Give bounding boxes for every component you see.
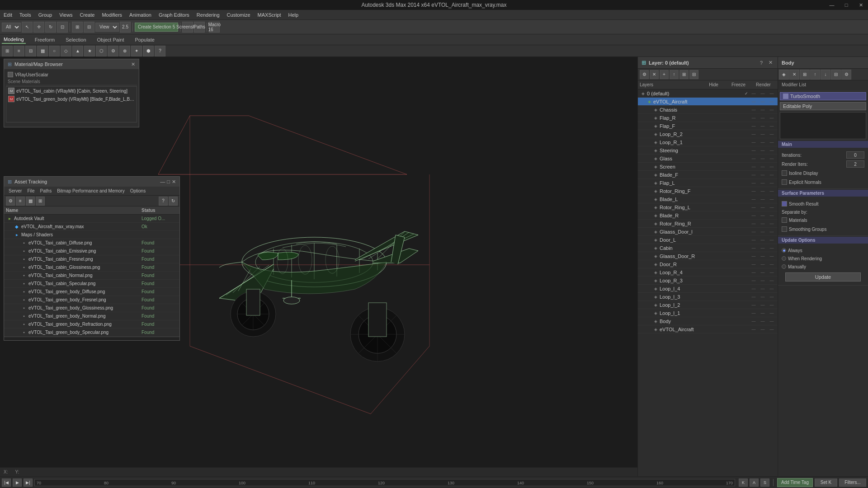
layer-item[interactable]: ◈Glass——— xyxy=(638,155,778,163)
material-browser-header[interactable]: ⊞ Material/Map Browser ✕ xyxy=(4,59,139,69)
layer-action[interactable]: — xyxy=(759,189,767,193)
layer-action[interactable]: — xyxy=(759,311,767,315)
layer-action[interactable]: — xyxy=(768,140,776,145)
layer-action[interactable]: — xyxy=(759,286,767,291)
layer-item[interactable]: ◈Glaass_Door_R——— xyxy=(638,252,778,260)
icon-tb-btn-9[interactable]: ⬡ xyxy=(96,46,107,56)
layer-action[interactable]: — xyxy=(750,254,758,258)
select-button[interactable]: ↖ xyxy=(22,22,33,33)
layer-action[interactable]: — xyxy=(759,319,767,324)
layer-action[interactable]: — xyxy=(750,99,758,104)
layer-item[interactable]: ◈0 (default)✓——— xyxy=(638,89,778,98)
menu-item-rendering[interactable]: Rendering xyxy=(193,10,223,19)
layer-action[interactable]: — xyxy=(768,181,776,185)
layer-action[interactable]: — xyxy=(759,148,767,153)
layer-action[interactable]: — xyxy=(750,238,758,242)
layer-action[interactable]: — xyxy=(759,295,767,299)
layer-item[interactable]: ◈eVTOL_Aircraft——— xyxy=(638,98,778,106)
minimize-button[interactable]: — xyxy=(825,0,839,10)
view-dropdown[interactable]: View xyxy=(95,23,119,32)
asset-tb-btn-4[interactable]: ⊞ xyxy=(36,197,45,206)
layer-action[interactable]: — xyxy=(768,262,776,267)
explicit-normals-checkbox[interactable] xyxy=(782,179,787,185)
asset-menu-file[interactable]: File xyxy=(24,188,37,193)
layer-item[interactable]: ◈Rotor_Ring_R——— xyxy=(638,220,778,228)
layer-action[interactable]: — xyxy=(768,246,776,250)
layer-item[interactable]: ◈Loop_R_2——— xyxy=(638,130,778,138)
manually-radio[interactable] xyxy=(782,264,786,269)
icon-tb-btn-14[interactable]: ? xyxy=(155,46,165,56)
layer-action[interactable]: — xyxy=(768,205,776,210)
mod-icon-1[interactable]: ◈ xyxy=(779,70,789,80)
layer-action[interactable]: — xyxy=(750,173,758,177)
material-item-2[interactable]: M eVTOL_Taxi_green_body (VRayMtl) [Blade… xyxy=(6,95,137,103)
layer-action[interactable]: — xyxy=(750,181,758,185)
layer-action[interactable]: — xyxy=(768,148,776,153)
layer-panel-help-button[interactable]: ? xyxy=(758,59,765,66)
layer-action[interactable]: — xyxy=(759,205,767,210)
layer-action[interactable]: — xyxy=(750,108,758,112)
mod-icon-5[interactable]: ↓ xyxy=(821,70,830,80)
layer-action[interactable]: — xyxy=(759,91,767,96)
mod-icon-4[interactable]: ↑ xyxy=(810,70,820,80)
icon-tb-btn-2[interactable]: ≡ xyxy=(14,46,24,56)
icon-tb-btn-4[interactable]: ▦ xyxy=(37,46,48,56)
scale-button[interactable]: ⊡ xyxy=(57,22,68,33)
layer-action[interactable]: — xyxy=(768,286,776,291)
iterations-value[interactable]: 0 xyxy=(846,151,864,159)
rotate-button[interactable]: ↻ xyxy=(45,22,56,33)
layer-action[interactable]: — xyxy=(768,254,776,258)
asset-item[interactable]: ▪eVTOL_Taxi_green_body_Normal.pngFound xyxy=(4,312,179,320)
layer-action[interactable]: — xyxy=(759,99,767,104)
set-k-button[interactable]: Set K xyxy=(815,479,837,487)
menu-item-maxscript[interactable]: MAXScript xyxy=(254,10,285,19)
layer-item[interactable]: ◈Loop_l_3——— xyxy=(638,293,778,301)
macro-btn[interactable]: Macro 16 xyxy=(209,22,220,33)
layer-action[interactable]: — xyxy=(759,262,767,267)
maximize-button[interactable]: □ xyxy=(839,0,854,10)
layer-action[interactable]: — xyxy=(750,156,758,161)
modeling-tab[interactable]: Modeling xyxy=(2,36,26,44)
screenshot-btn[interactable]: Screenshot xyxy=(182,22,193,33)
layer-action[interactable]: — xyxy=(759,327,767,332)
layer-action[interactable]: — xyxy=(750,230,758,234)
selection-filter-dropdown[interactable]: All xyxy=(2,23,21,32)
paths-btn[interactable]: Paths xyxy=(194,22,205,33)
layer-list[interactable]: ◈0 (default)✓———◈eVTOL_Aircraft———◈Chass… xyxy=(638,89,778,476)
layer-action[interactable]: — xyxy=(750,140,758,145)
menu-item-create[interactable]: Create xyxy=(76,10,98,19)
menu-item-animation[interactable]: Animation xyxy=(126,10,155,19)
add-time-tag-button[interactable]: Add Time Tag xyxy=(777,478,813,487)
menu-item-group[interactable]: Group xyxy=(35,10,56,19)
layer-action[interactable]: — xyxy=(768,116,776,120)
layer-item[interactable]: ◈Loop_R_3——— xyxy=(638,277,778,285)
render-iters-value[interactable]: 2 xyxy=(846,160,864,168)
layer-action[interactable]: — xyxy=(759,270,767,275)
key-mode-btn[interactable]: K xyxy=(739,479,748,487)
menu-item-modifiers[interactable]: Modifiers xyxy=(98,10,126,19)
close-button[interactable]: ✕ xyxy=(854,0,868,10)
layer-action[interactable]: — xyxy=(750,262,758,267)
materials-checkbox[interactable] xyxy=(782,217,787,223)
layer-item[interactable]: ◈Blade_R——— xyxy=(638,211,778,220)
icon-tb-btn-8[interactable]: ★ xyxy=(84,46,95,56)
layer-action[interactable]: — xyxy=(750,116,758,120)
layer-action[interactable]: — xyxy=(759,132,767,136)
layer-action[interactable]: — xyxy=(750,205,758,210)
layer-item[interactable]: ◈Flap_L——— xyxy=(638,179,778,187)
mirror-button[interactable]: ⊞ xyxy=(72,22,83,33)
material-item-1[interactable]: M eVTOL_Taxi_cabin (VRayMtl) [Cabin, Scr… xyxy=(6,87,137,95)
asset-item[interactable]: ▪eVTOL_Taxi_green_body_Fresnel.pngFound xyxy=(4,296,179,304)
asset-panel-min-button[interactable]: — xyxy=(160,179,165,185)
menu-item-views[interactable]: Views xyxy=(56,10,76,19)
layer-action[interactable]: — xyxy=(750,286,758,291)
layer-action[interactable]: — xyxy=(768,327,776,332)
align-button[interactable]: ⊟ xyxy=(84,22,94,33)
timeline-prev-btn[interactable]: |◀ xyxy=(2,479,11,487)
layer-action[interactable]: — xyxy=(750,132,758,136)
layer-action[interactable]: — xyxy=(759,238,767,242)
asset-item[interactable]: ▸Maps / Shaders xyxy=(4,231,179,239)
layer-action[interactable]: — xyxy=(750,311,758,315)
layer-action[interactable]: — xyxy=(768,189,776,193)
layer-item[interactable]: ◈Loop_R_4——— xyxy=(638,268,778,277)
